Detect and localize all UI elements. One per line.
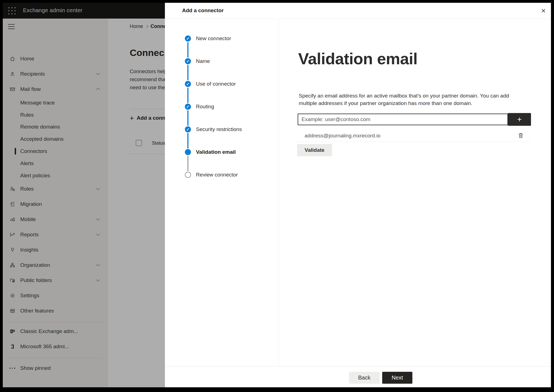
app-window: Exchange admin center Home Recipients Ma…: [3, 3, 551, 387]
step-connector-line: [187, 42, 188, 58]
address-list-item: address@journaling.mxrecord.io: [298, 130, 531, 142]
step-validation-email[interactable]: Validation email: [185, 147, 236, 157]
step-connector-line: [187, 110, 188, 126]
step-review-connector[interactable]: Review connector: [185, 170, 238, 180]
step-completed-check-icon: ✓: [185, 35, 191, 42]
delete-address-trash-icon[interactable]: [517, 132, 524, 139]
step-label: Validation email: [196, 149, 236, 155]
step-label: Security restrictions: [196, 126, 242, 132]
step-content-heading: Validation email: [298, 49, 417, 68]
step-completed-check-icon: ✓: [185, 104, 191, 110]
panel-footer-divider: [165, 366, 551, 367]
step-current-dot-icon: [185, 149, 191, 155]
step-label: Use of connector: [196, 81, 236, 87]
step-security-restrictions[interactable]: ✓ Security restrictions: [185, 124, 242, 134]
step-use-of-connector[interactable]: ✓ Use of connector: [185, 79, 236, 89]
step-label: New connector: [196, 35, 231, 42]
panel-header: Add a connector ×: [165, 3, 551, 19]
step-completed-check-icon: ✓: [185, 126, 191, 132]
step-completed-check-icon: ✓: [185, 58, 191, 64]
step-name[interactable]: ✓ Name: [185, 56, 210, 66]
step-label: Name: [196, 58, 210, 64]
step-content-description: Specify an email address for an active m…: [299, 92, 509, 107]
validation-email-input-row: +: [298, 113, 531, 126]
add-address-button[interactable]: +: [508, 113, 531, 126]
step-connector-line: [187, 156, 188, 171]
step-upcoming-circle-icon: [185, 172, 191, 178]
step-routing[interactable]: ✓ Routing: [185, 102, 214, 112]
panel-title: Add a connector: [182, 7, 224, 14]
close-icon[interactable]: ×: [539, 6, 548, 16]
step-label: Routing: [196, 104, 214, 110]
step-connector-line: [187, 133, 188, 148]
steps-content-divider: [279, 19, 279, 366]
step-new-connector[interactable]: ✓ New connector: [185, 34, 231, 43]
validation-email-input[interactable]: [298, 114, 508, 125]
address-value: address@journaling.mxrecord.io: [305, 133, 381, 139]
step-connector-line: [187, 65, 188, 80]
back-button[interactable]: Back: [349, 372, 380, 384]
step-label: Review connector: [196, 172, 238, 178]
add-connector-panel: Add a connector × ✓ New connector ✓ Name…: [165, 3, 551, 387]
validate-button[interactable]: Validate: [297, 144, 332, 156]
next-button[interactable]: Next: [382, 372, 412, 384]
step-completed-check-icon: ✓: [185, 81, 191, 87]
step-connector-line: [187, 88, 188, 103]
